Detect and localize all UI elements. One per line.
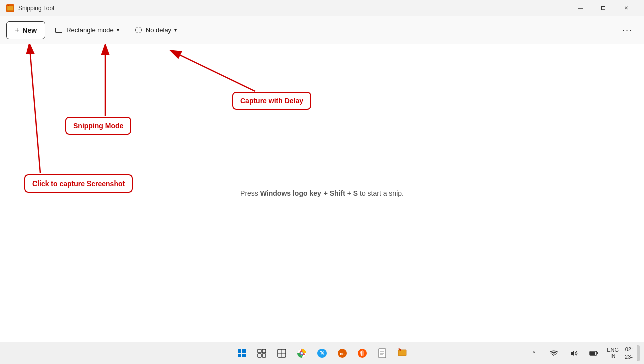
new-label: New (22, 26, 37, 34)
hint-prefix: Press (240, 189, 260, 197)
mode-label: Rectangle mode (66, 26, 114, 34)
new-button[interactable]: + New (6, 21, 45, 39)
svg-rect-8 (242, 349, 246, 353)
minimize-button[interactable]: — (569, 0, 592, 16)
mode-chevron-icon: ▾ (117, 27, 119, 33)
svg-rect-7 (238, 349, 241, 353)
sys-tray-chevron[interactable]: ^ (525, 344, 543, 362)
svg-rect-11 (258, 349, 261, 353)
title-bar-controls[interactable]: — ⧠ ✕ (569, 0, 638, 16)
date-display: 23- (625, 353, 633, 360)
annotation-snipping-mode: Snipping Mode (65, 117, 131, 135)
svg-rect-31 (398, 350, 406, 356)
delay-dropdown[interactable]: No delay ▾ (129, 22, 183, 38)
svg-line-4 (30, 54, 40, 173)
time-display: 02: (625, 346, 633, 353)
volume-icon[interactable] (565, 344, 583, 362)
main-content: Press Windows logo key + Shift + S to st… (0, 44, 644, 342)
delay-label: No delay (146, 26, 171, 34)
title-bar: Snipping Tool — ⧠ ✕ (0, 0, 644, 16)
svg-text:𝕏: 𝕏 (320, 350, 325, 356)
twitter-button[interactable]: 𝕏 (313, 344, 331, 362)
mode-dropdown[interactable]: Rectangle mode ▾ (49, 22, 125, 38)
svg-rect-36 (590, 352, 595, 355)
annotation-click-capture: Click to capture Screenshot (24, 174, 133, 193)
brave-button[interactable] (353, 344, 371, 362)
snipping-tool-taskbar-button[interactable] (393, 344, 411, 362)
app-icon (6, 4, 14, 12)
battery-icon[interactable] (585, 344, 603, 362)
chrome-button[interactable] (293, 344, 311, 362)
hint-text: Press Windows logo key + Shift + S to st… (240, 189, 404, 197)
plus-icon: + (15, 26, 19, 35)
widgets-button[interactable] (273, 344, 291, 362)
maximize-button[interactable]: ⧠ (592, 0, 615, 16)
more-options-button[interactable]: ··· (617, 22, 638, 38)
taskbar: 𝕏 86 (0, 342, 644, 364)
hint-keys: Windows logo key + Shift + S (260, 189, 358, 197)
svg-rect-13 (258, 354, 261, 357)
language-text: ENG (607, 347, 619, 353)
svg-rect-0 (7, 6, 13, 10)
system-tray: ^ ENG IN (525, 344, 640, 362)
svg-rect-14 (262, 354, 266, 357)
toolbar: + New Rectangle mode ▾ No delay ▾ ··· (0, 16, 644, 44)
taskbar-center: 𝕏 86 (233, 344, 411, 362)
svg-point-21 (301, 352, 303, 354)
delay-chevron-icon: ▾ (174, 27, 177, 33)
app-86-button[interactable]: 86 (333, 344, 351, 362)
svg-marker-34 (571, 350, 574, 356)
clock[interactable]: 02: 23- (623, 346, 635, 360)
svg-line-33 (399, 348, 400, 350)
window-title: Snipping Tool (18, 5, 54, 12)
task-view-button[interactable] (253, 344, 271, 362)
svg-rect-37 (597, 352, 598, 354)
hint-suffix: to start a snip. (358, 189, 404, 197)
show-desktop-button[interactable] (637, 345, 640, 361)
close-button[interactable]: ✕ (615, 0, 638, 16)
svg-rect-10 (242, 354, 246, 357)
svg-rect-12 (262, 349, 266, 353)
start-button[interactable] (233, 344, 251, 362)
title-bar-left: Snipping Tool (6, 4, 54, 12)
wifi-icon[interactable] (545, 344, 563, 362)
svg-text:86: 86 (340, 352, 345, 356)
rectangle-icon (55, 28, 62, 33)
annotation-capture-delay: Capture with Delay (232, 92, 311, 110)
svg-rect-9 (238, 354, 241, 357)
language-indicator[interactable]: ENG IN (605, 347, 621, 359)
clock-icon (135, 27, 142, 33)
notepad-button[interactable] (373, 344, 391, 362)
language-region: IN (610, 353, 615, 359)
svg-line-6 (180, 55, 255, 91)
